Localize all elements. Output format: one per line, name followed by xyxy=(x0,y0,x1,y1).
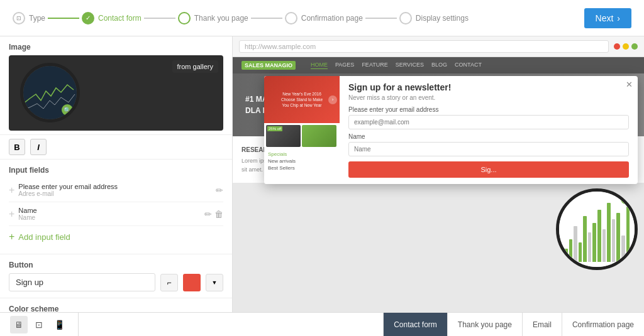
tab-confirmation[interactable]: Confirmation page xyxy=(562,313,644,337)
add-field-plus-icon: + xyxy=(9,231,14,242)
add-field-label: Add input field xyxy=(18,232,70,242)
popup-hero-image: New Year's Eve 2016Choose Stand to MakeY… xyxy=(264,76,340,123)
field-email-text: Please enter your email address xyxy=(18,183,212,190)
nav-link-home[interactable]: HOME xyxy=(311,62,328,69)
popup-arrow-btn[interactable]: › xyxy=(328,95,337,104)
button-section: Button ⌐ ▼ xyxy=(0,254,232,298)
color-scheme-label: Color scheme xyxy=(9,305,223,312)
bar-item xyxy=(597,210,601,262)
popup-new-arrivals-link[interactable]: New arrivals xyxy=(268,158,336,164)
from-gallery-button[interactable]: from gallery xyxy=(172,60,218,73)
popup-specials-link[interactable]: Specials xyxy=(268,151,336,157)
field-name-sublabel: Name xyxy=(18,214,201,221)
nav-link-blog[interactable]: BLOG xyxy=(431,62,447,69)
popup-discount-badge: 25% off xyxy=(267,126,282,131)
nav-link-services[interactable]: SERVICES xyxy=(396,62,424,69)
nav-link-feature[interactable]: FEATURE xyxy=(362,62,387,69)
popup-title: Sign up for a newsletter! xyxy=(348,82,629,92)
field-email-content: Please enter your email address Adres e-… xyxy=(18,183,212,197)
nav-link-pages[interactable]: PAGES xyxy=(335,62,354,69)
add-input-field-button[interactable]: + Add input field xyxy=(9,226,70,247)
button-text-input[interactable] xyxy=(9,273,155,291)
bar-item xyxy=(607,203,611,262)
bar-item xyxy=(583,216,587,262)
chevron-right-icon: › xyxy=(617,13,620,23)
popup-close-button[interactable]: ✕ xyxy=(626,80,633,89)
next-button[interactable]: Next › xyxy=(584,8,631,28)
step-thankyou-circle xyxy=(178,12,191,24)
image-section: Image 🔍 from gallery xyxy=(0,36,232,135)
search-magnify-icon: 🔍 xyxy=(621,194,631,204)
bar-item xyxy=(621,236,625,262)
step-display[interactable]: Display settings xyxy=(399,12,469,24)
bold-button[interactable]: B xyxy=(9,139,25,155)
more-options-icon[interactable]: ▼ xyxy=(206,274,223,291)
connector-3 xyxy=(251,18,282,19)
bar-item xyxy=(616,213,620,262)
step-thankyou-label: Thank you page xyxy=(194,14,248,23)
italic-button[interactable]: I xyxy=(30,139,47,155)
button-config-row: ⌐ ▼ xyxy=(9,273,223,291)
popup-hero-text: New Year's Eve 2016Choose Stand to MakeY… xyxy=(279,89,325,111)
field-email-edit-button[interactable]: ✏ xyxy=(216,185,223,195)
button-color-swatch[interactable] xyxy=(183,274,201,291)
nav-link-contact[interactable]: CONTACT xyxy=(455,62,482,69)
browser-dot-yellow xyxy=(623,43,629,50)
tab-thank-you[interactable]: Thank you page xyxy=(447,313,522,337)
tab-contact-form[interactable]: Contact form xyxy=(383,313,447,337)
field-email-drag-icon: + xyxy=(9,185,14,196)
field-name-content: Name Name xyxy=(18,207,201,221)
field-name-delete-button[interactable]: 🗑 xyxy=(214,209,223,219)
browser-dot-green xyxy=(631,43,638,50)
input-fields-label: Input fields xyxy=(9,166,223,175)
next-label: Next xyxy=(596,13,614,23)
field-name-drag-icon: + xyxy=(9,209,14,220)
popup-submit-button[interactable]: Sig... xyxy=(348,161,629,178)
popup-email-input[interactable] xyxy=(348,115,629,129)
bar-item xyxy=(626,207,630,262)
field-name-edit-button[interactable]: ✏ xyxy=(204,209,212,219)
step-contact-label: Contact form xyxy=(98,14,142,23)
step-type-label: Type xyxy=(29,14,45,23)
bar-item xyxy=(612,219,616,262)
button-section-label: Button xyxy=(9,261,223,269)
connector-2 xyxy=(144,18,175,19)
popup-thumbnails: 25% off xyxy=(264,123,340,149)
step-thankyou[interactable]: Thank you page xyxy=(178,12,248,24)
bar-item xyxy=(602,229,606,262)
device-icons: 🖥 ⊡ 📱 xyxy=(0,313,79,336)
field-row-name: + Name Name ✏ 🗑 xyxy=(9,202,223,226)
browser-dot-red xyxy=(614,43,620,50)
popup-name-input[interactable] xyxy=(348,142,629,156)
site-logo: SALES MANAGIO xyxy=(242,61,296,70)
image-section-label: Image xyxy=(9,43,223,51)
search-icon[interactable]: 🔍 xyxy=(62,104,73,116)
image-placeholder: 🔍 from gallery xyxy=(9,55,223,131)
site-nav-links: HOME PAGES FEATURE SERVICES BLOG CONTACT xyxy=(311,62,482,69)
bar-item xyxy=(564,249,568,262)
desktop-device-button[interactable]: 🖥 xyxy=(10,316,28,333)
step-contact-circle: ✓ xyxy=(82,12,94,24)
color-scheme-section: Color scheme Background color xyxy=(0,298,232,312)
bar-item xyxy=(592,223,596,262)
tab-email[interactable]: Email xyxy=(522,313,562,337)
step-type-circle: ⊡ xyxy=(13,12,25,24)
popup-best-sellers-link[interactable]: Best Sellers xyxy=(268,165,336,171)
popup-right-panel: ✕ Sign up for a newsletter! Never miss a… xyxy=(340,76,638,184)
tablet-device-button[interactable]: ⊡ xyxy=(30,316,48,333)
popup-left-panel: New Year's Eve 2016Choose Stand to MakeY… xyxy=(264,76,340,184)
top-bar: ⊡ Type ✓ Contact form Thank you page Con… xyxy=(0,0,644,36)
wizard-steps: ⊡ Type ✓ Contact form Thank you page Con… xyxy=(13,12,584,24)
popup-specials: Specials New arrivals Best Sellers xyxy=(264,149,340,175)
step-contact[interactable]: ✓ Contact form xyxy=(82,12,142,24)
button-style-icon[interactable]: ⌐ xyxy=(160,274,178,291)
popup-name-label: Name xyxy=(348,133,629,140)
browser-url-bar[interactable]: http://www.sample.com xyxy=(239,40,609,53)
contact-form-popup: New Year's Eve 2016Choose Stand to MakeY… xyxy=(264,76,638,184)
field-email-sublabel: Adres e-mail xyxy=(18,190,212,197)
step-confirm-label: Confirmation page xyxy=(301,14,363,23)
bottom-bar: 🖥 ⊡ 📱 Contact form Thank you page Email … xyxy=(0,312,644,336)
popup-subtitle: Never miss a story or an event. xyxy=(348,94,629,101)
mobile-device-button[interactable]: 📱 xyxy=(50,316,68,333)
step-confirm[interactable]: Confirmation page xyxy=(285,12,363,24)
